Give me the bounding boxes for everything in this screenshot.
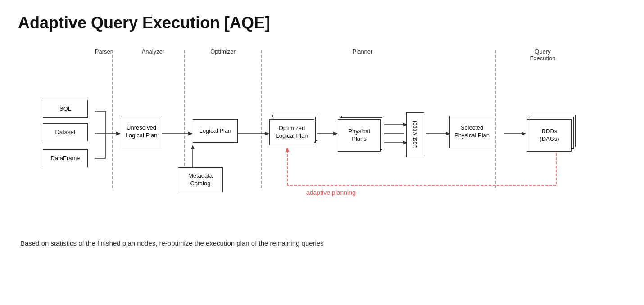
svg-marker-15 bbox=[333, 132, 338, 135]
selected-physical-plan-box: Selected Physical Plan bbox=[449, 116, 494, 148]
query-execution-label: Query Execution bbox=[522, 48, 563, 62]
diagram: Parser Analyzer Optimizer Planner Query … bbox=[18, 46, 626, 235]
planner-label: Planner bbox=[333, 48, 392, 55]
optimizer-label: Optimizer bbox=[205, 48, 241, 55]
svg-marker-13 bbox=[265, 132, 269, 135]
rdds-box: RDDs (DAGs) bbox=[527, 119, 572, 152]
unresolved-logical-plan-box: Unresolved Logical Plan bbox=[121, 116, 162, 148]
footer-text: Based on statistics of the finished plan… bbox=[18, 239, 626, 247]
svg-marker-31 bbox=[286, 147, 289, 152]
svg-marker-9 bbox=[116, 132, 121, 135]
metadata-catalog-box: Metadata Catalog bbox=[178, 167, 223, 192]
cost-model-label: Cost Model bbox=[412, 121, 419, 149]
dataframe-box: DataFrame bbox=[43, 149, 88, 167]
physical-plans-box: Physical Plans bbox=[338, 119, 381, 152]
svg-marker-25 bbox=[522, 132, 526, 135]
page-title: Adaptive Query Execution [AQE] bbox=[18, 13, 626, 32]
adaptive-planning-label: adaptive planning bbox=[306, 189, 356, 196]
svg-marker-27 bbox=[191, 145, 195, 149]
dataset-box: Dataset bbox=[43, 123, 88, 141]
sql-box: SQL bbox=[43, 100, 88, 118]
logical-plan-box: Logical Plan bbox=[193, 119, 238, 143]
cost-model-box: Cost Model bbox=[406, 112, 424, 157]
svg-marker-11 bbox=[188, 132, 193, 135]
parser-label: Parser bbox=[88, 48, 119, 55]
analyzer-label: Analyzer bbox=[135, 48, 171, 55]
optimized-logical-plan-box: Optimized Logical Plan bbox=[269, 119, 314, 145]
